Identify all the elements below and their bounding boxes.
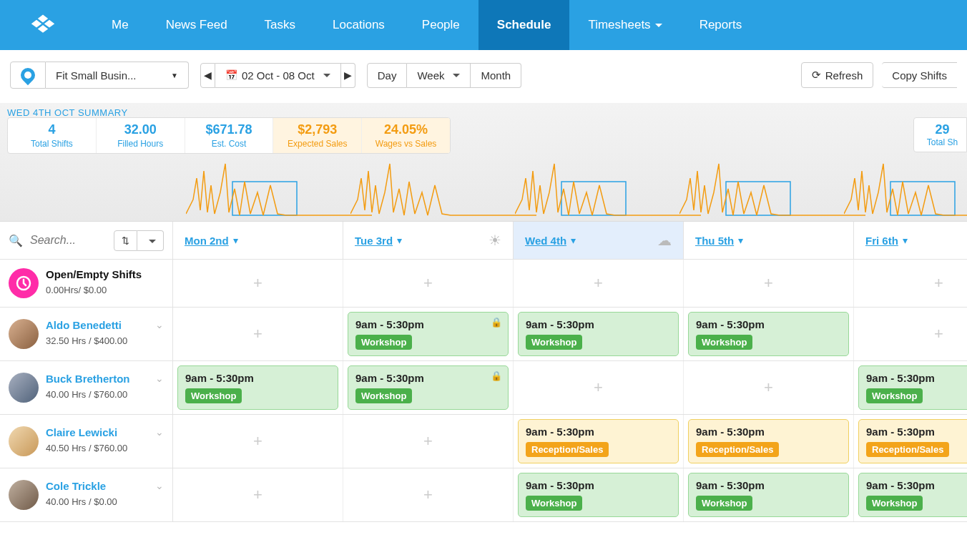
location-select[interactable]: Fit Small Busin... ▼ bbox=[46, 62, 189, 89]
shift-cell[interactable]: 9am - 5:30pmReception/Sales bbox=[854, 415, 967, 468]
location-picker: Fit Small Busin... ▼ bbox=[10, 62, 189, 89]
avatar bbox=[9, 480, 39, 510]
search-input[interactable] bbox=[30, 234, 102, 247]
shift-tag: Workshop bbox=[866, 496, 923, 511]
shift-cell[interactable]: 9am - 5:30pmWorkshop bbox=[173, 361, 343, 414]
employee-cell[interactable]: Cole Trickle40.00 Hrs / $0.00⌄ bbox=[0, 468, 173, 521]
shift-cell[interactable]: 9am - 5:30pmWorkshop bbox=[514, 468, 684, 521]
summary-box[interactable]: 24.05%Wages vs Sales bbox=[362, 118, 450, 153]
shift-time: 9am - 5:30pm bbox=[696, 426, 841, 438]
shift-tag: Workshop bbox=[355, 388, 412, 403]
nav-item-reports[interactable]: Reports bbox=[681, 0, 761, 50]
toolbar: Fit Small Busin... ▼ ◀ 📅 02 Oct - 08 Oct… bbox=[0, 50, 967, 103]
day-link[interactable]: Tue 3rd bbox=[355, 235, 393, 247]
shift-cell[interactable]: + bbox=[514, 361, 684, 414]
shift-cell[interactable]: + bbox=[173, 468, 343, 521]
day-header[interactable]: Tue 3rd▾☀ bbox=[343, 222, 514, 259]
summary-box[interactable]: $671.78Est. Cost bbox=[185, 118, 274, 153]
shift-cell[interactable]: + bbox=[514, 260, 684, 307]
shift-cell[interactable]: + bbox=[173, 260, 343, 307]
shift-cell[interactable]: 🔒9am - 5:30pmWorkshop bbox=[343, 308, 514, 360]
nav-item-tasks[interactable]: Tasks bbox=[246, 0, 314, 50]
chevron-down-icon[interactable]: ⌄ bbox=[155, 373, 164, 384]
shift-cell[interactable]: 9am - 5:30pmWorkshop bbox=[684, 308, 854, 360]
day-link[interactable]: Fri 6th bbox=[865, 235, 898, 247]
day-header[interactable]: Fri 6th▾ bbox=[854, 222, 967, 259]
nav-item-schedule[interactable]: Schedule bbox=[478, 0, 570, 50]
shift-tag: Reception/Sales bbox=[866, 442, 949, 457]
sort-button[interactable]: ⇅ bbox=[114, 230, 137, 251]
chevron-down-icon[interactable]: ⌄ bbox=[155, 480, 164, 491]
shift-block[interactable]: 9am - 5:30pmWorkshop bbox=[688, 312, 849, 356]
shift-block[interactable]: 9am - 5:30pmReception/Sales bbox=[858, 419, 967, 463]
shift-block[interactable]: 🔒9am - 5:30pmWorkshop bbox=[348, 365, 509, 410]
date-prev-button[interactable]: ◀ bbox=[200, 63, 215, 88]
employee-hours: 40.50 Hrs / $760.00 bbox=[46, 443, 127, 453]
view-month-button[interactable]: Month bbox=[471, 63, 521, 88]
view-day-button[interactable]: Day bbox=[367, 63, 408, 88]
nav-item-me[interactable]: Me bbox=[93, 0, 147, 50]
shift-cell[interactable]: 🔒9am - 5:30pmWorkshop bbox=[343, 361, 514, 414]
shift-cell[interactable]: 9am - 5:30pmWorkshop bbox=[854, 361, 967, 414]
shift-cell[interactable]: + bbox=[684, 260, 854, 307]
shift-block[interactable]: 9am - 5:30pmWorkshop bbox=[858, 365, 967, 410]
employee-cell[interactable]: Buck Bretherton40.00 Hrs / $760.00⌄ bbox=[0, 361, 173, 414]
date-next-button[interactable]: ▶ bbox=[341, 63, 355, 88]
day-header[interactable]: Thu 5th▾ bbox=[684, 222, 854, 259]
add-shift-icon: + bbox=[594, 274, 603, 293]
shift-cell[interactable]: 9am - 5:30pmWorkshop bbox=[684, 468, 854, 521]
summary-box[interactable]: $2,793Expected Sales bbox=[273, 118, 362, 153]
employee-hours: 40.00 Hrs / $0.00 bbox=[46, 496, 117, 507]
day-link[interactable]: Mon 2nd bbox=[185, 235, 229, 247]
shift-cell[interactable]: 9am - 5:30pmReception/Sales bbox=[684, 415, 854, 468]
shift-cell[interactable]: + bbox=[854, 260, 967, 307]
shift-block[interactable]: 9am - 5:30pmReception/Sales bbox=[518, 419, 679, 463]
nav-item-news-feed[interactable]: News Feed bbox=[147, 0, 246, 50]
shift-block[interactable]: 9am - 5:30pmWorkshop bbox=[518, 473, 679, 517]
employee-cell[interactable]: Open/Empty Shifts0.00Hrs/ $0.00 bbox=[0, 260, 173, 307]
summary-box[interactable]: 32.00Filled Hours bbox=[97, 118, 185, 153]
shift-cell[interactable]: + bbox=[173, 415, 343, 468]
shift-cell[interactable]: + bbox=[854, 308, 967, 360]
sun-icon: ☀ bbox=[489, 232, 501, 249]
shift-cell[interactable]: + bbox=[343, 260, 514, 307]
nav-item-people[interactable]: People bbox=[403, 0, 478, 50]
day-link[interactable]: Thu 5th bbox=[695, 235, 734, 247]
employee-cell[interactable]: Claire Lewicki40.50 Hrs / $760.00⌄ bbox=[0, 415, 173, 468]
logo[interactable] bbox=[29, 11, 57, 39]
shift-block[interactable]: 9am - 5:30pmWorkshop bbox=[518, 312, 679, 356]
shift-cell[interactable]: + bbox=[343, 415, 514, 468]
location-pin-button[interactable] bbox=[10, 62, 46, 89]
chevron-down-icon[interactable]: ⌄ bbox=[155, 319, 164, 330]
refresh-button[interactable]: ⟳Refresh bbox=[801, 62, 874, 88]
nav-item-timesheets[interactable]: Timesheets bbox=[569, 0, 680, 50]
caret-down-icon bbox=[655, 24, 662, 27]
shift-time: 9am - 5:30pm bbox=[185, 372, 330, 384]
shift-block[interactable]: 🔒9am - 5:30pmWorkshop bbox=[348, 312, 509, 356]
lock-icon: 🔒 bbox=[491, 370, 502, 381]
date-range-button[interactable]: 📅 02 Oct - 08 Oct bbox=[215, 63, 341, 88]
chevron-down-icon[interactable]: ⌄ bbox=[155, 426, 164, 438]
shift-cell[interactable]: 9am - 5:30pmWorkshop bbox=[854, 468, 967, 521]
sort-dropdown-button[interactable] bbox=[137, 230, 164, 251]
day-link[interactable]: Wed 4th bbox=[525, 235, 566, 247]
shift-block[interactable]: 9am - 5:30pmWorkshop bbox=[858, 473, 967, 517]
shift-block[interactable]: 9am - 5:30pmWorkshop bbox=[688, 473, 849, 517]
shift-cell[interactable]: + bbox=[343, 468, 514, 521]
employee-cell[interactable]: Aldo Benedetti32.50 Hrs / $400.00⌄ bbox=[0, 308, 173, 360]
day-header[interactable]: Wed 4th▾☁ bbox=[514, 222, 684, 259]
svg-marker-2 bbox=[31, 20, 41, 28]
shift-block[interactable]: 9am - 5:30pmWorkshop bbox=[177, 365, 338, 410]
summary-box[interactable]: 4Total Shifts bbox=[8, 118, 97, 153]
lock-icon: 🔒 bbox=[491, 317, 502, 328]
view-week-button[interactable]: Week bbox=[407, 63, 471, 88]
shift-cell[interactable]: + bbox=[173, 308, 343, 360]
add-shift-icon: + bbox=[594, 378, 603, 397]
shift-cell[interactable]: 9am - 5:30pmWorkshop bbox=[514, 308, 684, 360]
shift-cell[interactable]: 9am - 5:30pmReception/Sales bbox=[514, 415, 684, 468]
day-header[interactable]: Mon 2nd▾ bbox=[173, 222, 343, 259]
shift-cell[interactable]: + bbox=[684, 361, 854, 414]
copy-shifts-button[interactable]: Copy Shifts bbox=[882, 62, 957, 88]
nav-item-locations[interactable]: Locations bbox=[314, 0, 403, 50]
shift-block[interactable]: 9am - 5:30pmReception/Sales bbox=[688, 419, 849, 463]
